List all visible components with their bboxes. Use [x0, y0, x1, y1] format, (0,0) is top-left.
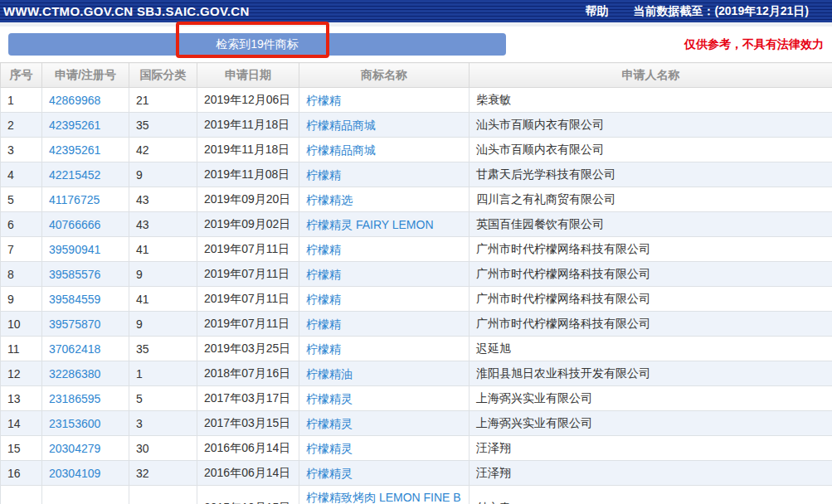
registration-number-link[interactable]: 20304279: [49, 442, 100, 455]
cell-reg-no: 41176725: [42, 187, 129, 212]
trademark-name-link[interactable]: 柠檬精品商城: [306, 119, 376, 132]
cell-index: 4: [1, 162, 42, 187]
trademark-name-link[interactable]: 柠檬精致烤肉 LEMON FINE BARBECUE: [306, 491, 461, 504]
cell-app-date: 2019年07月11日: [197, 262, 299, 287]
cell-app-date: 2019年11月18日: [197, 113, 299, 138]
column-header-app-date: 申请日期: [197, 63, 299, 88]
cell-index: 1: [1, 88, 42, 113]
cell-index: 17: [1, 486, 42, 504]
trademark-name-link[interactable]: 柠檬精: [306, 243, 341, 256]
cell-reg-no: 39584559: [42, 287, 129, 312]
cell-applicant-name: 甘肃天后光学科技有限公司: [470, 162, 832, 187]
table-row: 541176725432019年09月20日柠檬精选四川言之有礼商贸有限公司: [1, 187, 832, 212]
cell-intl-class: 1: [129, 361, 197, 386]
table-row: 142315360032017年03月15日柠檬精灵上海弼兴实业有限公司: [1, 411, 832, 436]
cell-intl-class: 43: [129, 187, 197, 212]
cell-reg-no: 20304109: [42, 461, 129, 486]
table-row: 739590941412019年07月11日柠檬精广州市时代柠檬网络科技有限公司: [1, 237, 832, 262]
top-banner: WWW.CTMO.GOV.CN SBJ.SAIC.GOV.CN 帮助 当前数据截…: [0, 0, 832, 22]
registration-number-link[interactable]: 37062418: [49, 342, 100, 356]
trademark-name-link[interactable]: 柠檬精: [306, 268, 341, 281]
cell-intl-class: 30: [129, 436, 197, 461]
cell-app-date: 2019年03月25日: [197, 337, 299, 361]
result-count-button[interactable]: 检索到19件商标: [8, 33, 506, 56]
cell-applicant-name: 汪泽翔: [470, 461, 832, 486]
cell-reg-no: 37062418: [42, 337, 129, 361]
registration-number-link[interactable]: 39585576: [49, 268, 100, 281]
trademark-name-link[interactable]: 柠檬精: [306, 317, 341, 331]
table-row: 1718062939432015年10月15日柠檬精致烤肉 LEMON FINE…: [1, 486, 832, 504]
help-link[interactable]: 帮助: [585, 4, 608, 19]
disclaimer-text: 仅供参考，不具有法律效力: [684, 37, 824, 52]
column-header-mark-name: 商标名称: [299, 63, 470, 88]
trademark-name-link[interactable]: 柠檬精: [306, 293, 341, 306]
registration-number-link[interactable]: 42215452: [49, 168, 100, 182]
trademark-name-link[interactable]: 柠檬精品商城: [306, 143, 376, 157]
cell-mark-name: 柠檬精: [299, 287, 470, 312]
cell-intl-class: 35: [129, 113, 197, 138]
registration-number-link[interactable]: 42869968: [49, 94, 100, 107]
trademark-name-link[interactable]: 柠檬精灵: [306, 442, 353, 455]
cell-reg-no: 23186595: [42, 386, 129, 411]
trademark-name-link[interactable]: 柠檬精灵: [306, 417, 353, 430]
cell-intl-class: 3: [129, 411, 197, 436]
top-banner-right: 帮助 当前数据截至：(2019年12月21日): [585, 4, 832, 19]
registration-number-link[interactable]: 39575870: [49, 317, 100, 331]
registration-number-link[interactable]: 39590941: [49, 243, 100, 256]
registration-number-link[interactable]: 40766666: [49, 218, 100, 231]
results-table: 序号申请/注册号国际分类申请日期商标名称申请人名称 14286996821201…: [0, 62, 832, 504]
trademark-name-link[interactable]: 柠檬精灵 FAIRY LEMON: [306, 218, 434, 231]
cell-app-date: 2016年06月14日: [197, 461, 299, 486]
cell-applicant-name: 淮阳县旭日农业科技开发有限公司: [470, 361, 832, 386]
cell-index: 12: [1, 361, 42, 386]
trademark-name-link[interactable]: 柠檬精: [306, 94, 341, 107]
table-row: 1520304279302016年06月14日柠檬精灵汪泽翔: [1, 436, 832, 461]
cell-intl-class: 5: [129, 386, 197, 411]
cell-intl-class: 43: [129, 486, 197, 504]
cell-mark-name: 柠檬精: [299, 162, 470, 187]
table-row: 83958557692019年07月11日柠檬精广州市时代柠檬网络科技有限公司: [1, 262, 832, 287]
cell-index: 14: [1, 411, 42, 436]
table-row: 103957587092019年07月11日柠檬精广州市时代柠檬网络科技有限公司: [1, 312, 832, 337]
trademark-name-link[interactable]: 柠檬精: [306, 342, 341, 356]
registration-number-link[interactable]: 42395261: [49, 143, 100, 157]
registration-number-link[interactable]: 20304109: [49, 467, 100, 480]
data-cutoff-date: 当前数据截至：(2019年12月21日): [633, 4, 809, 19]
registration-number-link[interactable]: 39584559: [49, 293, 100, 306]
cell-reg-no: 42215452: [42, 162, 129, 187]
cell-app-date: 2018年07月16日: [197, 361, 299, 386]
cell-applicant-name: 广州市时代柠檬网络科技有限公司: [470, 287, 832, 312]
cell-applicant-name: 广州市时代柠檬网络科技有限公司: [470, 237, 832, 262]
cell-reg-no: 32286380: [42, 361, 129, 386]
trademark-name-link[interactable]: 柠檬精: [306, 168, 341, 182]
cell-index: 2: [1, 113, 42, 138]
registration-number-link[interactable]: 23186595: [49, 392, 100, 405]
cell-mark-name: 柠檬精: [299, 88, 470, 113]
trademark-name-link[interactable]: 柠檬精油: [306, 367, 353, 380]
cell-reg-no: 39585576: [42, 262, 129, 287]
cell-applicant-name: 广州市时代柠檬网络科技有限公司: [470, 262, 832, 287]
trademark-name-link[interactable]: 柠檬精选: [306, 193, 353, 206]
table-row: 1137062418352019年03月25日柠檬精迟延旭: [1, 337, 832, 361]
cell-reg-no: 42395261: [42, 113, 129, 138]
registration-number-link[interactable]: 23153600: [49, 417, 100, 430]
cell-index: 5: [1, 187, 42, 212]
cell-index: 15: [1, 436, 42, 461]
cell-index: 7: [1, 237, 42, 262]
registration-number-link[interactable]: 42395261: [49, 119, 100, 132]
trademark-name-link[interactable]: 柠檬精灵: [306, 467, 353, 480]
cell-reg-no: 40766666: [42, 212, 129, 237]
cell-app-date: 2019年07月11日: [197, 312, 299, 337]
cell-intl-class: 9: [129, 262, 197, 287]
cell-reg-no: 42869968: [42, 88, 129, 113]
cell-index: 9: [1, 287, 42, 312]
cell-mark-name: 柠檬精灵 FAIRY LEMON: [299, 212, 470, 237]
cell-applicant-name: 英国百佳园餐饮有限公司: [470, 212, 832, 237]
cell-app-date: 2019年12月06日: [197, 88, 299, 113]
trademark-name-link[interactable]: 柠檬精灵: [306, 392, 353, 405]
cell-mark-name: 柠檬精品商城: [299, 138, 470, 162]
cell-intl-class: 43: [129, 212, 197, 237]
registration-number-link[interactable]: 32286380: [49, 367, 100, 380]
site-title: WWW.CTMO.GOV.CN SBJ.SAIC.GOV.CN: [0, 4, 250, 18]
registration-number-link[interactable]: 41176725: [49, 193, 100, 206]
